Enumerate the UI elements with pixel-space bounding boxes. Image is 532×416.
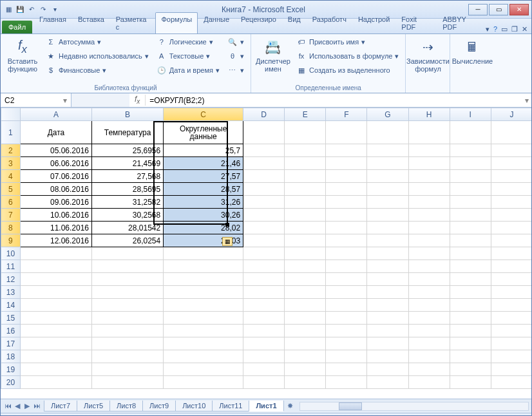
math-button[interactable]: θ▾ <box>225 50 247 62</box>
sheet-tab[interactable]: Лист9 <box>142 401 176 411</box>
cell[interactable] <box>326 337 367 350</box>
cell[interactable] <box>243 234 285 247</box>
cell[interactable] <box>367 234 408 247</box>
cell[interactable] <box>450 376 491 389</box>
cell[interactable] <box>243 196 285 209</box>
cell[interactable] <box>491 299 531 312</box>
cell[interactable]: 08.06.2016 <box>20 183 91 196</box>
cell[interactable] <box>450 299 491 312</box>
cell[interactable] <box>367 157 408 170</box>
cell[interactable] <box>367 170 408 183</box>
column-header[interactable]: G <box>367 108 408 121</box>
cell[interactable]: 07.06.2016 <box>20 170 91 183</box>
cell[interactable] <box>491 376 531 389</box>
cell[interactable] <box>491 196 531 209</box>
cell[interactable] <box>285 144 326 157</box>
ribbon-tab[interactable]: Разработч <box>307 12 352 33</box>
cell[interactable] <box>243 312 285 325</box>
cell[interactable] <box>367 144 408 157</box>
cell[interactable] <box>367 325 408 337</box>
cell[interactable]: 25,7 <box>164 144 243 157</box>
cell[interactable]: 28,5695 <box>92 183 164 196</box>
row-header[interactable]: 20 <box>1 376 21 389</box>
formula-dependencies-button[interactable]: ⇢ Зависимости формул <box>410 35 446 73</box>
cell[interactable] <box>243 325 285 337</box>
cell[interactable] <box>450 234 491 247</box>
cell[interactable] <box>491 183 531 196</box>
fx-label-icon[interactable]: fx <box>129 95 146 105</box>
cell[interactable] <box>408 234 450 247</box>
sheet-tab[interactable]: Лист8 <box>109 401 143 411</box>
close-workbook-icon[interactable]: ✕ <box>522 25 527 33</box>
cell[interactable] <box>285 260 326 273</box>
ribbon-tab[interactable]: Данные <box>198 12 235 33</box>
text-button[interactable]: AТекстовые ▾ <box>154 50 222 62</box>
column-header[interactable]: I <box>450 108 491 121</box>
cell[interactable] <box>20 376 91 389</box>
cell[interactable] <box>491 312 531 325</box>
cell[interactable] <box>164 273 243 286</box>
cell[interactable] <box>450 157 491 170</box>
cell[interactable] <box>491 325 531 337</box>
cell[interactable]: 28,01542 <box>92 222 164 234</box>
cell[interactable] <box>367 312 408 325</box>
cell[interactable] <box>326 286 367 299</box>
sheet-tab[interactable]: Лист1 <box>249 401 283 411</box>
ribbon-tab[interactable]: Надстрой <box>352 12 395 33</box>
cell[interactable] <box>450 121 491 144</box>
new-sheet-icon[interactable]: ✸ <box>283 402 297 410</box>
column-header[interactable]: J <box>491 108 531 121</box>
column-header[interactable]: E <box>285 108 326 121</box>
cell[interactable] <box>408 312 450 325</box>
cell[interactable] <box>408 350 450 363</box>
cell[interactable] <box>408 376 450 389</box>
cell[interactable] <box>285 209 326 222</box>
cell[interactable]: 27,568 <box>92 170 164 183</box>
column-header[interactable]: C <box>164 108 243 121</box>
calculation-button[interactable]: 🖩 Вычисление <box>454 35 490 65</box>
cell[interactable] <box>326 273 367 286</box>
cell[interactable] <box>450 337 491 350</box>
cell[interactable] <box>20 260 91 273</box>
cell[interactable] <box>92 337 164 350</box>
ribbon-tab[interactable]: ABBYY PDF <box>437 12 486 33</box>
cell[interactable]: 05.06.2016 <box>20 144 91 157</box>
ribbon-tab[interactable]: Вид <box>282 12 307 33</box>
save-icon[interactable]: 💾 <box>15 5 25 15</box>
row-header[interactable]: 12 <box>1 273 21 286</box>
cell[interactable] <box>491 260 531 273</box>
cell[interactable] <box>326 222 367 234</box>
row-header[interactable]: 14 <box>1 299 21 312</box>
cell[interactable]: 28,02 <box>164 222 243 234</box>
cell[interactable]: 21,4569 <box>92 157 164 170</box>
cell[interactable]: 30,26 <box>164 209 243 222</box>
cell[interactable] <box>285 247 326 260</box>
cell[interactable] <box>243 299 285 312</box>
autosum-button[interactable]: ΣАвтосумма ▾ <box>43 35 151 48</box>
cell[interactable] <box>491 144 531 157</box>
cell[interactable] <box>164 363 243 376</box>
cell[interactable] <box>326 260 367 273</box>
cell[interactable] <box>408 247 450 260</box>
name-manager-button[interactable]: 📇 Диспетчер имен <box>255 35 291 73</box>
cell[interactable] <box>164 247 243 260</box>
cell[interactable]: 30,2568 <box>92 209 164 222</box>
cell[interactable] <box>285 196 326 209</box>
cell[interactable] <box>326 247 367 260</box>
cell[interactable] <box>367 337 408 350</box>
row-header[interactable]: 5 <box>1 183 21 196</box>
cell[interactable]: 26,0254 <box>92 234 164 247</box>
horizontal-scrollbar[interactable] <box>299 402 529 411</box>
next-sheet-icon[interactable]: ▶ <box>23 402 32 410</box>
sheet-tab[interactable]: Лист11 <box>212 401 249 411</box>
cell[interactable] <box>164 337 243 350</box>
cell[interactable] <box>408 209 450 222</box>
cell[interactable] <box>285 363 326 376</box>
cell[interactable] <box>92 325 164 337</box>
cell[interactable] <box>326 183 367 196</box>
cell[interactable]: 27,57 <box>164 170 243 183</box>
cell[interactable] <box>450 350 491 363</box>
row-header[interactable]: 18 <box>1 350 21 363</box>
row-header[interactable]: 17 <box>1 337 21 350</box>
datetime-button[interactable]: 🕒Дата и время ▾ <box>154 64 222 77</box>
